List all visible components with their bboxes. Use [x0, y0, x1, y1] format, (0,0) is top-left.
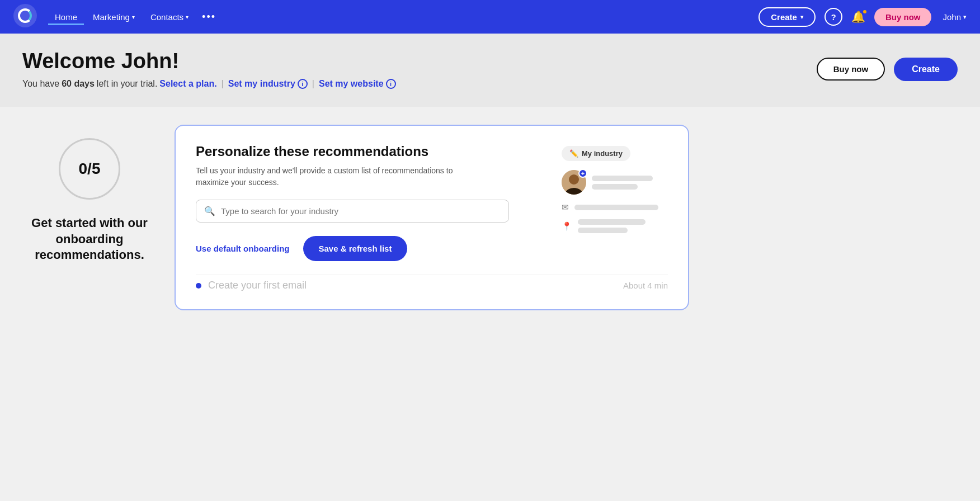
get-started-text: Get started with our onboarding recommen… [22, 215, 157, 263]
card-description: Tell us your industry and we'll provide … [196, 165, 464, 188]
nav-create-button[interactable]: Create ▾ [758, 7, 816, 27]
logo[interactable] [13, 4, 37, 30]
card-title: Personalize these recommendations [196, 144, 544, 159]
my-industry-tag[interactable]: ✏️ My industry [562, 146, 630, 161]
svg-point-0 [13, 4, 37, 27]
user-menu-button[interactable]: John ▾ [943, 12, 967, 22]
set-industry-link[interactable]: Set my industry [228, 79, 295, 89]
skeleton-line-1 [592, 176, 653, 181]
header-buy-now-button[interactable]: Buy now [817, 58, 885, 81]
industry-search-box: 🔍 [196, 200, 509, 223]
teaser-text: Create your first email [208, 280, 307, 291]
save-refresh-button[interactable]: Save & refresh list [303, 236, 408, 261]
header-right: Buy now Create [817, 58, 958, 81]
envelope-icon: ✉ [562, 202, 569, 212]
email-row: ✉ [562, 202, 668, 212]
profile-row: + [562, 170, 668, 195]
chevron-down-icon: ▾ [963, 13, 967, 21]
nav-buy-now-button[interactable]: Buy now [874, 8, 932, 26]
bottom-teaser: Create your first email About 4 min [196, 275, 668, 291]
location-row: 📍 [562, 219, 668, 233]
main-content: 0/5 Get started with our onboarding reco… [0, 107, 980, 328]
skeleton-line-4 [578, 219, 646, 225]
teaser-left: Create your first email [196, 280, 307, 291]
trial-days: 60 days [62, 79, 95, 89]
skeleton-line-3 [574, 205, 658, 210]
skeleton-lines-email [574, 205, 668, 210]
header-left: Welcome John! You have 60 days left in y… [22, 49, 396, 89]
card-actions: Use default onboarding Save & refresh li… [196, 236, 544, 261]
use-default-onboarding-button[interactable]: Use default onboarding [196, 244, 290, 253]
location-icon: 📍 [562, 221, 572, 231]
header-create-button[interactable]: Create [894, 58, 958, 81]
search-icon: 🔍 [204, 206, 215, 216]
nav-link-contacts[interactable]: Contacts ▾ [144, 9, 195, 25]
navbar: Home Marketing ▾ Contacts ▾ ••• Create ▾… [0, 0, 980, 34]
subtitle-mid: left in your trial. [97, 79, 157, 89]
notification-dot [862, 9, 868, 15]
help-button[interactable]: ? [824, 8, 842, 26]
left-panel: 0/5 Get started with our onboarding reco… [22, 125, 157, 263]
info-icon-industry[interactable]: i [298, 79, 308, 89]
skeleton-lines [592, 176, 668, 190]
nav-link-marketing[interactable]: Marketing ▾ [86, 9, 142, 25]
avatar-plus-badge: + [578, 169, 587, 178]
svg-point-2 [569, 174, 579, 185]
notifications-button[interactable]: 🔔 [851, 10, 865, 23]
page-title: Welcome John! [22, 49, 396, 73]
chevron-down-icon: ▾ [800, 14, 803, 20]
skeleton-lines-location [578, 219, 668, 233]
header-subtitle: You have 60 days left in your trial. Sel… [22, 79, 396, 89]
pencil-icon: ✏️ [569, 149, 578, 158]
separator-1: | [222, 79, 224, 89]
blue-dot [196, 283, 201, 289]
onboarding-card: Personalize these recommendations Tell u… [175, 125, 689, 310]
more-menu-button[interactable]: ••• [197, 11, 220, 23]
nav-link-home[interactable]: Home [48, 9, 84, 25]
teaser-time: About 4 min [623, 281, 668, 290]
card-content: Personalize these recommendations Tell u… [196, 144, 544, 261]
header-band: Welcome John! You have 60 days left in y… [0, 34, 980, 107]
skeleton-line-2 [592, 184, 638, 190]
chevron-down-icon: ▾ [186, 14, 189, 20]
info-icon-website[interactable]: i [386, 79, 396, 89]
set-website-link[interactable]: Set my website [319, 79, 384, 89]
chevron-down-icon: ▾ [132, 14, 135, 20]
progress-circle: 0/5 [59, 138, 120, 200]
select-plan-link[interactable]: Select a plan. [159, 79, 216, 89]
card-preview: ✏️ My industry + [562, 144, 668, 261]
skeleton-line-5 [578, 228, 628, 233]
separator-2: | [312, 79, 314, 89]
subtitle-intro: You have [22, 79, 59, 89]
avatar-wrap: + [562, 170, 586, 195]
industry-search-input[interactable] [221, 206, 501, 216]
